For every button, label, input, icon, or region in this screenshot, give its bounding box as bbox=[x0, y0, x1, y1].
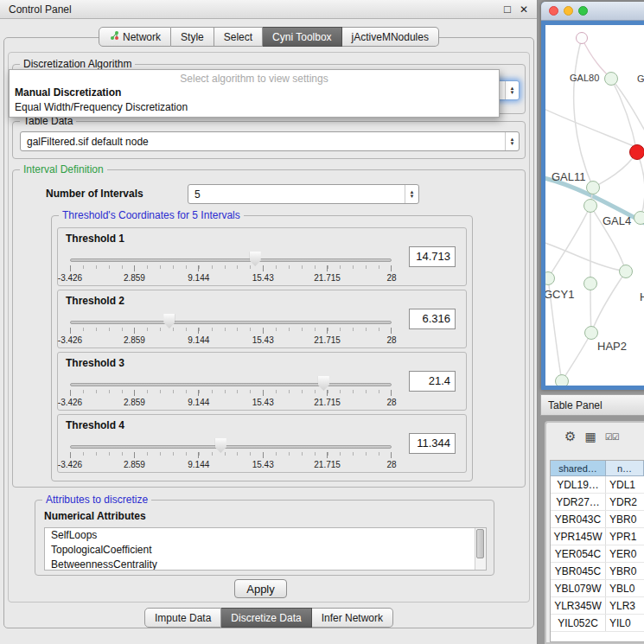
column-header-name[interactable]: n… bbox=[606, 461, 644, 476]
network-node[interactable] bbox=[586, 181, 600, 194]
attribute-list-item[interactable]: BetweennessCentrality bbox=[45, 558, 486, 571]
threshold-slider[interactable]: -3.4262.8599.14415.4321.71528 bbox=[70, 247, 392, 285]
table-row[interactable]: YDR27…YDR2 bbox=[551, 494, 644, 511]
threshold-value-field[interactable]: 11.344 bbox=[409, 433, 456, 454]
network-node[interactable] bbox=[541, 271, 555, 285]
network-canvas[interactable]: GAL80GAGAL11GAL4GCY1HHAP2 bbox=[541, 21, 644, 390]
slider-handle-icon[interactable] bbox=[163, 314, 175, 328]
apply-button[interactable]: Apply bbox=[234, 579, 287, 598]
tab-style[interactable]: Style bbox=[171, 27, 214, 47]
slider-tick-label: 2.859 bbox=[124, 460, 145, 469]
table-row[interactable]: YBR045CYBR0 bbox=[551, 563, 644, 580]
network-node[interactable] bbox=[555, 374, 569, 388]
table-cell: YDL1 bbox=[606, 476, 644, 493]
columns-icon[interactable]: ▦ bbox=[584, 430, 596, 443]
network-node[interactable] bbox=[583, 277, 597, 290]
network-node[interactable] bbox=[604, 72, 618, 86]
tab-infer-network[interactable]: Infer Network bbox=[312, 608, 393, 628]
table-row[interactable]: YIL052CYIL0 bbox=[551, 615, 644, 632]
zoom-traffic-light-icon[interactable] bbox=[578, 6, 588, 16]
slider-tick-label: 15.43 bbox=[252, 273, 274, 283]
network-node[interactable] bbox=[619, 265, 633, 278]
table-cell: YBR043C bbox=[551, 511, 606, 527]
table-data-group: Table Data galFiltered.sif default node … bbox=[12, 121, 526, 159]
table-cell: YBR0 bbox=[606, 511, 644, 527]
slider-handle-icon[interactable] bbox=[318, 376, 329, 391]
stepper-icon: ▲▼ bbox=[505, 81, 519, 99]
desktop: Control Panel □ ✕ Network Style Select C… bbox=[0, 0, 644, 644]
network-node-label: H bbox=[640, 290, 644, 303]
gear-icon[interactable]: ⚙ bbox=[564, 429, 576, 444]
tab-jactivemnodules[interactable]: jActiveMNodules bbox=[342, 27, 439, 47]
slider-tick-label: 2.859 bbox=[124, 398, 145, 407]
slider-track bbox=[70, 383, 392, 386]
attribute-list-item[interactable]: TopologicalCoefficient bbox=[45, 543, 486, 558]
slider-handle-icon[interactable] bbox=[250, 252, 261, 266]
tab-network[interactable]: Network bbox=[99, 27, 171, 47]
minimize-traffic-light-icon[interactable] bbox=[564, 6, 573, 16]
tab-impute-data[interactable]: Impute Data bbox=[144, 608, 221, 628]
slider-major-ticks bbox=[70, 452, 392, 458]
stepper-icon: ▲▼ bbox=[405, 185, 418, 203]
close-icon[interactable]: ✕ bbox=[520, 3, 528, 16]
threshold-value-field[interactable]: 14.713 bbox=[409, 246, 456, 267]
bottom-tab-strip: Impute Data Discretize Data Infer Networ… bbox=[0, 608, 538, 628]
attribute-items: SelfLoopsTopologicalCoefficientBetweenne… bbox=[45, 528, 486, 571]
network-node-label: GAL11 bbox=[552, 170, 586, 183]
attribute-list-item[interactable]: SelfLoops bbox=[45, 528, 486, 543]
slider-track bbox=[70, 445, 392, 449]
stepper-icon: ▲▼ bbox=[505, 132, 519, 150]
tab-select[interactable]: Select bbox=[214, 27, 263, 47]
column-header-shared-name[interactable]: shared… bbox=[551, 461, 606, 476]
slider-tick-label: 28 bbox=[386, 273, 396, 283]
network-window-titlebar[interactable] bbox=[541, 2, 644, 21]
threshold-slider[interactable]: -3.4262.8599.14415.4321.71528 bbox=[70, 434, 392, 472]
slider-tick-label: 2.859 bbox=[124, 273, 145, 283]
slider-tick-label: 9.144 bbox=[188, 460, 209, 469]
list-scrollbar[interactable] bbox=[475, 528, 486, 570]
network-node[interactable] bbox=[629, 144, 644, 160]
threshold-list: Threshold 1-3.4262.8599.14415.4321.71528… bbox=[52, 227, 472, 476]
table-cell: YIL052C bbox=[551, 615, 606, 631]
slider-tick-label: 9.144 bbox=[188, 398, 209, 407]
table-cell: YBR0 bbox=[606, 563, 644, 579]
table-row[interactable]: YBR043CYBR0 bbox=[551, 511, 644, 528]
group-title: Attributes to discretize bbox=[42, 494, 151, 506]
threshold-value-field[interactable]: 21.4 bbox=[409, 371, 456, 392]
table-data-select[interactable]: galFiltered.sif default node ▲▼ bbox=[20, 131, 520, 151]
threshold-value-field[interactable]: 6.316 bbox=[409, 309, 456, 329]
table-row[interactable]: YBL079WYBL0 bbox=[551, 580, 644, 597]
algorithm-option-equal-width-frequency[interactable]: Equal Width/Frequency Discretization bbox=[10, 100, 499, 115]
tab-discretize-data[interactable]: Discretize Data bbox=[221, 608, 311, 628]
numerical-attributes-list[interactable]: SelfLoopsTopologicalCoefficientBetweenne… bbox=[44, 527, 487, 571]
slider-major-ticks bbox=[70, 390, 392, 396]
table-cell: YDR2 bbox=[606, 494, 644, 510]
threshold-slider[interactable]: -3.4262.8599.14415.4321.71528 bbox=[70, 372, 392, 410]
threshold-slider[interactable]: -3.4262.8599.14415.4321.71528 bbox=[70, 309, 392, 348]
threshold-label: Threshold 2 bbox=[66, 295, 124, 307]
network-node[interactable] bbox=[584, 326, 598, 340]
tab-label: Cyni Toolbox bbox=[272, 31, 331, 43]
table-row[interactable]: YPR145WYPR1 bbox=[551, 528, 644, 545]
network-node[interactable] bbox=[583, 199, 597, 213]
tab-label: Impute Data bbox=[155, 612, 211, 624]
slider-track bbox=[70, 258, 392, 262]
select-columns-icon[interactable]: ☑☑ bbox=[605, 432, 619, 442]
tab-cyni-toolbox[interactable]: Cyni Toolbox bbox=[263, 27, 341, 47]
slider-tick-label: 15.43 bbox=[252, 335, 274, 345]
network-node[interactable] bbox=[634, 211, 644, 225]
close-traffic-light-icon[interactable] bbox=[549, 6, 558, 16]
table-row[interactable]: YER054CYER0 bbox=[551, 545, 644, 563]
float-window-icon[interactable]: □ bbox=[504, 3, 511, 16]
scrollbar-thumb[interactable] bbox=[476, 529, 484, 558]
table-row[interactable]: YDL19…YDL1 bbox=[551, 476, 644, 494]
table-body: YDL19…YDL1YDR27…YDR2YBR043CYBR0YPR145WYP… bbox=[551, 476, 644, 632]
control-panel-titlebar[interactable]: Control Panel □ ✕ bbox=[0, 0, 537, 19]
slider-tick-label: 15.43 bbox=[252, 398, 274, 407]
slider-handle-icon[interactable] bbox=[215, 438, 226, 453]
network-node[interactable] bbox=[576, 32, 588, 44]
algorithm-option-manual-discretization[interactable]: Manual Discretization bbox=[10, 86, 499, 100]
number-of-intervals-select[interactable]: 5 ▲▼ bbox=[188, 184, 419, 204]
table-row[interactable]: YLR345WYLR3 bbox=[551, 597, 644, 615]
slider-major-ticks bbox=[70, 328, 392, 334]
